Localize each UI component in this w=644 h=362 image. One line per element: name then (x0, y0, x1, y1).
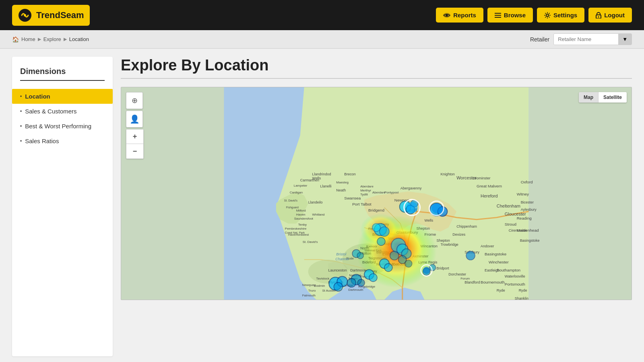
svg-point-9 (598, 16, 599, 17)
svg-text:Abergavenny: Abergavenny (400, 186, 422, 190)
svg-text:Shepton: Shepton (436, 239, 450, 243)
svg-point-141 (405, 260, 412, 267)
retailer-input-wrapper: ▼ (553, 33, 632, 45)
svg-text:Merthyr: Merthyr (360, 189, 371, 192)
sidebar-item-best-worst[interactable]: • Best & Worst Performing (20, 119, 105, 134)
svg-text:Bicester: Bicester (521, 200, 534, 204)
svg-text:Coast Nat. Park: Coast Nat. Park (285, 231, 305, 234)
settings-button[interactable]: Settings (537, 8, 584, 23)
svg-text:Great Malvern: Great Malvern (477, 184, 502, 188)
svg-text:Bristol: Bristol (336, 252, 347, 256)
map-zoom-in-button[interactable]: + (126, 130, 143, 144)
svg-text:Southampton: Southampton (497, 268, 520, 272)
sidebar-bullet-location: • (20, 94, 22, 99)
map-type-buttons: Map Satellite (579, 92, 627, 103)
svg-text:Maidenhead: Maidenhead (517, 228, 539, 232)
sidebar-bullet-sales: • (20, 109, 22, 114)
svg-text:Cheltenham: Cheltenham (497, 204, 520, 208)
sidebar-item-location[interactable]: • Location (12, 89, 113, 104)
svg-point-143 (384, 263, 392, 272)
sidebar-title: Dimensions (20, 67, 105, 76)
map-zoom-out-button[interactable]: − (126, 144, 143, 158)
svg-text:Ryde: Ryde (497, 288, 505, 292)
content-area: Explore By Location (121, 57, 632, 356)
map-container[interactable]: Worcester Great Malvern Hereford Chelten… (121, 87, 632, 300)
svg-text:Lampeter: Lampeter (294, 184, 308, 187)
map-controls: ⊕ 👤 + − (126, 92, 144, 153)
svg-point-155 (407, 202, 418, 213)
svg-point-3 (446, 14, 448, 16)
svg-text:Newquay: Newquay (302, 283, 316, 287)
map-type-satellite-button[interactable]: Satellite (599, 92, 627, 103)
map-pan-control[interactable]: ⊕ (126, 92, 143, 109)
retailer-label: Retailer (530, 36, 549, 43)
svg-text:Bridgend: Bridgend (368, 208, 384, 212)
svg-text:Aberdare: Aberdare (372, 191, 386, 194)
svg-text:Launceston: Launceston (328, 268, 347, 272)
logout-button[interactable]: Logout (588, 8, 632, 23)
svg-text:Pembrokeshire: Pembrokeshire (285, 227, 307, 230)
svg-text:Dartmouth: Dartmouth (348, 288, 363, 292)
reports-button[interactable]: Reports (436, 8, 483, 23)
logo[interactable]: TrendSeam (12, 5, 90, 26)
map-svg: Worcester Great Malvern Hereford Chelten… (121, 87, 632, 300)
breadcrumb: 🏠 Home ▶ Explore ▶ Location (12, 36, 89, 43)
svg-point-151 (377, 238, 385, 246)
svg-text:Swansea: Swansea (344, 196, 361, 200)
svg-text:Bridport: Bridport (436, 266, 449, 270)
map-street-view-control[interactable]: 👤 (126, 111, 143, 128)
svg-text:Falmouth: Falmouth (302, 294, 316, 297)
svg-text:Stroud: Stroud (505, 222, 516, 226)
svg-text:Hereford: Hereford (481, 193, 498, 198)
sidebar-divider (20, 80, 105, 81)
svg-text:Blandford: Blandford (464, 280, 480, 284)
svg-text:St. David's: St. David's (303, 240, 318, 244)
svg-text:Witney: Witney (517, 192, 529, 196)
svg-text:Chippenham: Chippenham (456, 224, 477, 228)
svg-text:Brecon: Brecon (344, 172, 355, 176)
main-content: Dimensions • Location • Sales & Customer… (0, 49, 644, 362)
svg-text:Reading: Reading (517, 216, 532, 220)
svg-text:Llandeilo: Llandeilo (308, 200, 323, 204)
svg-text:Channel: Channel (335, 257, 349, 261)
logo-icon (18, 8, 32, 23)
sidebar: Dimensions • Location • Sales & Customer… (12, 57, 113, 356)
sidebar-item-sales-ratios[interactable]: • Sales Ratios (20, 134, 105, 148)
svg-text:Tenby: Tenby (298, 223, 307, 226)
retailer-dropdown-button[interactable]: ▼ (618, 34, 632, 45)
svg-text:Milford: Milford (296, 209, 306, 212)
retailer-input[interactable] (554, 34, 618, 44)
svg-rect-5 (495, 15, 501, 16)
svg-text:Aylesbury: Aylesbury (521, 208, 537, 212)
svg-text:St. David's: St. David's (284, 199, 298, 202)
svg-rect-4 (495, 13, 501, 14)
breadcrumb-bar: 🏠 Home ▶ Explore ▶ Location Retailer ▼ (0, 30, 644, 49)
header: TrendSeam Reports Browse Settings (0, 0, 644, 30)
retailer-section: Retailer ▼ (530, 33, 632, 45)
svg-text:Fishguard: Fishguard (286, 206, 299, 209)
svg-point-129 (380, 227, 389, 237)
svg-point-159 (423, 267, 430, 274)
svg-point-130 (372, 224, 380, 232)
svg-text:Neath: Neath (336, 188, 346, 192)
svg-text:Wells: Wells (425, 218, 433, 222)
svg-text:Truro: Truro (308, 289, 316, 292)
svg-text:Port Talbot: Port Talbot (352, 202, 372, 206)
svg-point-162 (347, 278, 356, 287)
svg-point-160 (466, 251, 475, 260)
svg-point-163 (357, 279, 365, 286)
svg-text:Winchester: Winchester (489, 260, 509, 264)
breadcrumb-explore[interactable]: Explore (43, 36, 61, 42)
svg-text:Basingstoke: Basingstoke (485, 252, 507, 256)
title-divider (121, 78, 632, 79)
svg-text:Forum: Forum (460, 277, 470, 280)
svg-point-146 (334, 282, 343, 291)
breadcrumb-arrow-2: ▶ (64, 37, 67, 42)
svg-text:Leominster: Leominster (473, 176, 490, 180)
sidebar-label-best-worst: Best & Worst Performing (25, 123, 91, 130)
svg-text:Whitland: Whitland (312, 213, 325, 216)
breadcrumb-home[interactable]: Home (21, 36, 35, 42)
sidebar-item-sales-customers[interactable]: • Sales & Customers (20, 104, 105, 119)
map-type-map-button[interactable]: Map (579, 92, 599, 103)
browse-button[interactable]: Browse (487, 8, 533, 23)
